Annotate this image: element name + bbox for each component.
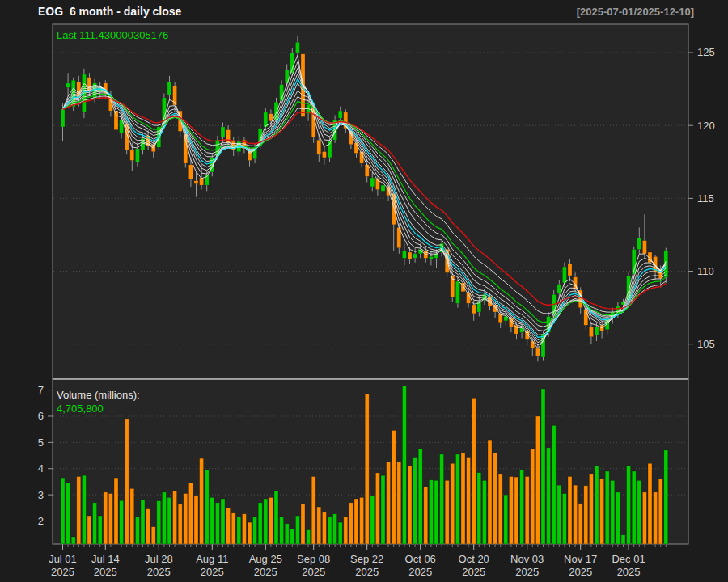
x-tick-year: 2025 bbox=[408, 566, 432, 578]
volume-bar bbox=[311, 476, 315, 544]
volume-bar bbox=[445, 480, 449, 544]
volume-bar bbox=[146, 509, 150, 544]
volume-bar bbox=[66, 483, 70, 544]
x-tick-year: 2025 bbox=[462, 566, 485, 578]
volume-bar bbox=[215, 503, 219, 544]
volume-bar bbox=[307, 530, 311, 544]
candle-body bbox=[531, 341, 535, 348]
volume-bar bbox=[461, 453, 465, 544]
volume-bar bbox=[280, 517, 284, 544]
volume-bar bbox=[584, 486, 588, 544]
volume-bar bbox=[237, 517, 241, 544]
volume-bar bbox=[157, 501, 161, 544]
candle-body bbox=[188, 165, 193, 179]
x-tick-year: 2025 bbox=[515, 566, 539, 578]
candle-body bbox=[264, 112, 268, 127]
volume-bar bbox=[611, 480, 615, 544]
volume-bar bbox=[387, 462, 391, 544]
volume-bar bbox=[141, 500, 145, 544]
x-tick-label: Aug 11 bbox=[196, 553, 228, 565]
candle-body bbox=[290, 53, 294, 73]
x-tick-label: Nov 03 bbox=[510, 553, 544, 565]
volume-tick-label: 5 bbox=[38, 436, 44, 449]
volume-bar bbox=[547, 448, 551, 544]
candle-body bbox=[167, 82, 171, 95]
x-tick-year: 2025 bbox=[147, 566, 171, 578]
volume-bar bbox=[434, 480, 438, 544]
candle-body bbox=[595, 327, 599, 335]
candle-body bbox=[61, 109, 65, 127]
volume-bar bbox=[360, 497, 364, 544]
volume-bar bbox=[167, 497, 171, 544]
volume-bar bbox=[541, 389, 545, 544]
volume-bar bbox=[488, 440, 492, 544]
x-tick-year: 2025 bbox=[617, 566, 641, 578]
volume-bar bbox=[514, 477, 518, 544]
date-range-label: [2025-07-01/2025-12-10] bbox=[577, 6, 694, 18]
chart-window: 105110115120125234567Jul 012025Jul 14202… bbox=[0, 0, 728, 582]
x-tick-label: Dec 01 bbox=[612, 553, 645, 565]
volume-tick-label: 7 bbox=[38, 384, 44, 396]
candle-body bbox=[568, 264, 572, 276]
candlestick-volume-chart: 105110115120125234567Jul 012025Jul 14202… bbox=[0, 0, 728, 582]
volume-bar bbox=[621, 535, 625, 544]
volume-tick-label: 6 bbox=[38, 410, 44, 422]
volume-bar bbox=[248, 522, 252, 544]
volume-bar bbox=[552, 425, 556, 544]
price-tick-label: 125 bbox=[697, 46, 715, 58]
candle-body bbox=[514, 325, 518, 334]
volume-bar bbox=[151, 527, 155, 544]
volume-bar bbox=[114, 478, 118, 544]
price-tick-label: 120 bbox=[697, 120, 715, 132]
x-tick-year: 2025 bbox=[302, 566, 325, 578]
volume-last-value: 4,705,800 bbox=[57, 403, 104, 415]
x-tick-label: Jul 28 bbox=[145, 553, 173, 565]
x-tick-label: Aug 25 bbox=[249, 553, 282, 565]
volume-bar bbox=[392, 430, 396, 544]
volume-bar bbox=[77, 476, 81, 544]
volume-bar bbox=[605, 471, 609, 544]
volume-bar bbox=[188, 483, 193, 544]
volume-bar bbox=[370, 496, 375, 544]
candle-body bbox=[413, 254, 417, 258]
volume-bar bbox=[408, 466, 412, 544]
candle-body bbox=[322, 152, 326, 158]
volume-bar bbox=[451, 463, 455, 544]
volume-bar bbox=[455, 454, 459, 544]
volume-bar bbox=[210, 497, 214, 544]
candle-body bbox=[402, 251, 406, 258]
volume-bar bbox=[578, 504, 582, 544]
candle-body bbox=[557, 285, 561, 293]
volume-bar bbox=[108, 494, 112, 544]
volume-bar bbox=[290, 529, 294, 544]
volume-bar bbox=[397, 462, 401, 544]
candle-body bbox=[66, 83, 70, 87]
price-tick-label: 105 bbox=[697, 338, 715, 350]
volume-bar bbox=[381, 475, 385, 544]
volume-bar bbox=[482, 480, 486, 544]
volume-bar bbox=[71, 537, 75, 544]
volume-bar bbox=[338, 522, 342, 544]
volume-bar bbox=[402, 386, 406, 544]
candle-body bbox=[520, 328, 524, 332]
volume-bar bbox=[258, 503, 262, 544]
volume-bar bbox=[413, 457, 417, 544]
x-tick-label: Jul 14 bbox=[91, 553, 120, 565]
volume-bar bbox=[184, 494, 188, 544]
candle-body bbox=[535, 348, 540, 356]
price-tick-label: 110 bbox=[697, 265, 714, 277]
volume-bar bbox=[658, 479, 662, 544]
candle-body bbox=[637, 238, 641, 249]
volume-bar bbox=[178, 504, 182, 544]
volume-bar bbox=[654, 492, 658, 544]
x-tick-year: 2025 bbox=[51, 566, 74, 578]
volume-bar bbox=[498, 474, 502, 544]
volume-tick-label: 3 bbox=[38, 489, 44, 501]
volume-bar bbox=[194, 496, 198, 544]
volume-bar bbox=[589, 474, 593, 544]
volume-bar bbox=[221, 499, 225, 544]
volume-bar bbox=[104, 492, 108, 544]
candle-body bbox=[200, 178, 204, 185]
chart-title: EOG 6 month - daily close bbox=[38, 5, 181, 18]
volume-bar bbox=[295, 516, 299, 544]
